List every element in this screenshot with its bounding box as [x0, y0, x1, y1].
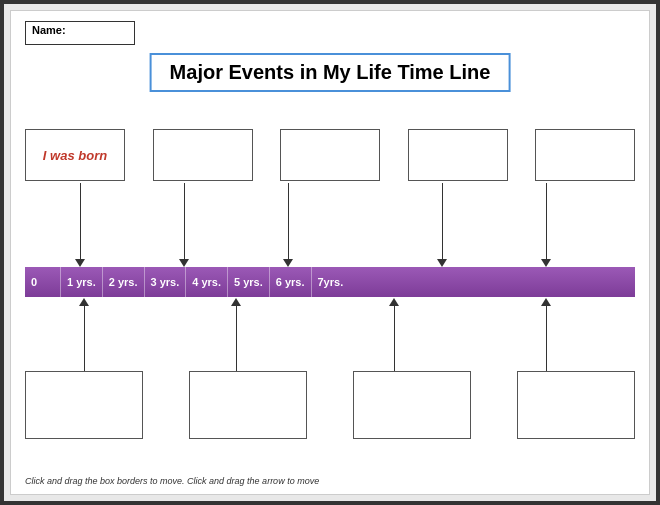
arrow-line [288, 183, 289, 259]
timeline-tick-7: 7yrs. [312, 267, 350, 297]
top-event-box-2[interactable] [280, 129, 380, 181]
arrow-head-up [389, 298, 399, 306]
arrow-up-2[interactable] [231, 298, 241, 374]
arrow-head [437, 259, 447, 267]
arrow-down-3[interactable] [283, 183, 293, 267]
bottom-boxes-container [25, 371, 635, 439]
timeline-tick-6: 6 yrs. [270, 267, 312, 297]
bottom-event-box-2[interactable] [189, 371, 307, 439]
name-label: Name: [32, 24, 66, 36]
top-event-box-3[interactable] [408, 129, 508, 181]
timeline-tick-3: 3 yrs. [145, 267, 187, 297]
arrow-down-5[interactable] [541, 183, 551, 267]
arrow-up-1[interactable] [79, 298, 89, 374]
arrow-line [442, 183, 443, 259]
arrow-down-4[interactable] [437, 183, 447, 267]
timeline-tick-4: 4 yrs. [186, 267, 228, 297]
page-title: Major Events in My Life Time Line [150, 53, 511, 92]
arrow-line [84, 306, 85, 374]
arrow-line [546, 306, 547, 374]
instruction-text: Click and drag the box borders to move. … [25, 476, 319, 486]
arrow-head [541, 259, 551, 267]
bottom-event-box-1[interactable] [25, 371, 143, 439]
bottom-event-box-4[interactable] [517, 371, 635, 439]
top-boxes-container: I was born [25, 129, 635, 181]
inner-canvas: Name: Major Events in My Life Time Line … [10, 10, 650, 495]
arrow-head [283, 259, 293, 267]
arrow-down-2[interactable] [179, 183, 189, 267]
arrow-line [546, 183, 547, 259]
arrow-up-4[interactable] [541, 298, 551, 374]
arrow-head-up [231, 298, 241, 306]
arrow-up-3[interactable] [389, 298, 399, 374]
born-label: I was born [43, 148, 107, 163]
page: Name: Major Events in My Life Time Line … [0, 0, 660, 505]
timeline-bar: 0 1 yrs. 2 yrs. 3 yrs. 4 yrs. 5 yrs. 6 y… [25, 267, 635, 297]
arrow-head-up [79, 298, 89, 306]
arrow-head [75, 259, 85, 267]
arrow-head-up [541, 298, 551, 306]
timeline-tick-2: 2 yrs. [103, 267, 145, 297]
timeline-tick-0: 0 [25, 267, 61, 297]
arrow-down-1[interactable] [75, 183, 85, 267]
born-box[interactable]: I was born [25, 129, 125, 181]
timeline-tick-5: 5 yrs. [228, 267, 270, 297]
bottom-event-box-3[interactable] [353, 371, 471, 439]
arrow-head [179, 259, 189, 267]
arrow-line [394, 306, 395, 374]
name-field[interactable]: Name: [25, 21, 135, 45]
arrow-line [80, 183, 81, 259]
arrow-line [184, 183, 185, 259]
top-event-box-1[interactable] [153, 129, 253, 181]
top-event-box-4[interactable] [535, 129, 635, 181]
timeline-tick-1: 1 yrs. [61, 267, 103, 297]
arrow-line [236, 306, 237, 374]
